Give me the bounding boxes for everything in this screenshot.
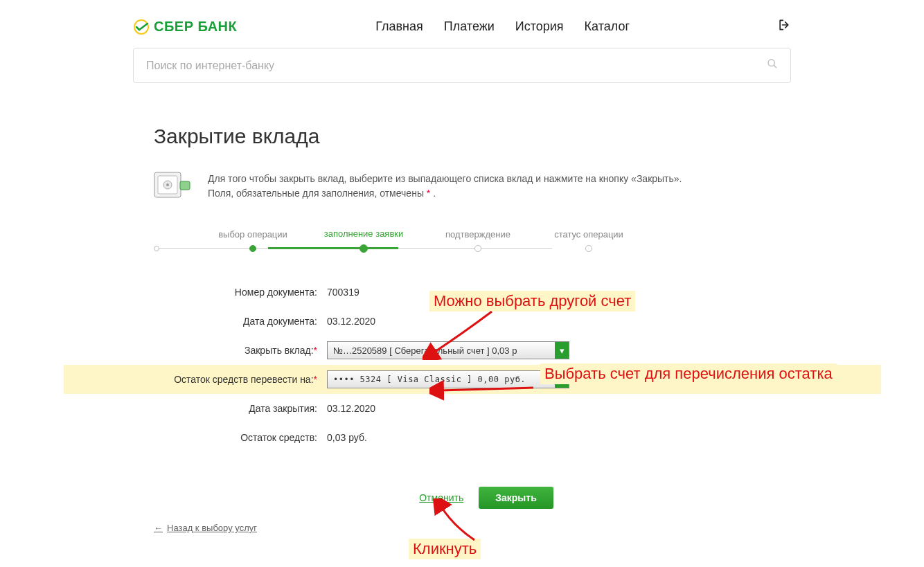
step-3-label: подтверждение [423,229,533,240]
step-4-label: статус операции [533,229,644,240]
doc-number-value: 700319 [327,287,359,298]
annotation-arrow-icon [423,305,499,360]
close-date-value: 03.12.2020 [327,403,375,414]
nav-payments[interactable]: Платежи [444,19,495,34]
intro-text: Для того чтобы закрыть вклад, выберите и… [208,172,682,201]
safe-icon [154,172,191,199]
doc-number-label: Номер документа: [154,287,327,298]
close-deposit-label: Закрыть вклад:* [154,345,327,356]
step-2-label: заполнение заявки [305,228,423,239]
step-1-label: выбор операции [201,229,305,240]
annotation-arrow-icon [429,374,540,402]
svg-rect-7 [180,181,190,190]
nav-catalog[interactable]: Каталог [585,19,630,34]
arrow-left-icon: ← [154,523,163,533]
page-title: Закрытие вклада [133,125,791,148]
search-icon[interactable] [767,58,778,73]
annotation-arrow-icon [433,498,516,547]
nav-home[interactable]: Главная [375,19,423,34]
transfer-to-label: Остаток средств перевести на:* [154,374,327,385]
back-link[interactable]: ← Назад к выбору услуг [133,523,257,533]
annotation-transfer-account: Выбрать счет для перечисления остатка [540,363,837,384]
search-bar[interactable] [133,48,791,83]
svg-line-2 [774,65,776,68]
intro-line1: Для того чтобы закрыть вклад, выберите и… [208,172,682,186]
nav-history[interactable]: История [515,19,564,34]
logout-button[interactable] [777,18,791,35]
intro-line2: Поля, обязательные для заполнения, отмеч… [208,186,682,201]
progress-steps: . выбор операции заполнение заявки подтв… [133,228,791,253]
search-input[interactable] [146,60,767,72]
brand-name: СБЕР БАНК [154,19,237,35]
chevron-down-icon: ▾ [555,342,569,359]
close-date-label: Дата закрытия: [154,403,327,414]
doc-date-value: 03.12.2020 [327,316,375,327]
balance-label: Остаток средств: [154,432,327,443]
logout-icon [777,18,791,32]
svg-point-1 [768,60,774,66]
main-nav: Главная Платежи История Каталог [375,19,630,34]
sber-logo-icon [133,19,150,35]
doc-date-label: Дата документа: [154,316,327,327]
svg-point-6 [166,183,169,186]
balance-value: 0,03 руб. [327,432,367,443]
brand-logo[interactable]: СБЕР БАНК [133,19,237,35]
